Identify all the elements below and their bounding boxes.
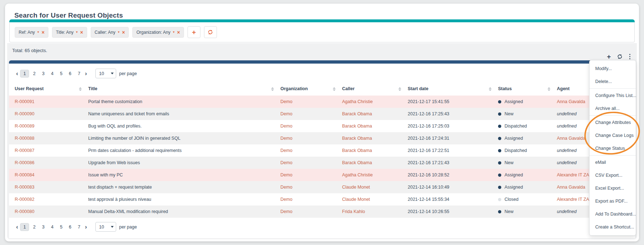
cell-ref[interactable]: R-000086 — [9, 157, 85, 169]
cell-caller[interactable]: Claude Monet — [339, 181, 405, 193]
menu-item-modify[interactable]: Modify... — [589, 62, 636, 75]
cell-caller[interactable]: Agatha Christie — [339, 169, 405, 181]
page-number[interactable]: 4 — [48, 223, 56, 231]
column-header-title[interactable]: Title — [85, 82, 278, 96]
cell-caller[interactable]: Barack Obama — [339, 132, 405, 144]
page-number[interactable]: 2 — [30, 223, 38, 231]
sort-icon[interactable] — [271, 87, 274, 91]
page-number-current[interactable]: 1 — [20, 223, 29, 231]
search-accent-bar — [9, 19, 635, 22]
cell-caller[interactable]: Barack Obama — [339, 144, 405, 157]
close-icon[interactable]: × — [42, 30, 44, 35]
refresh-icon — [208, 29, 213, 35]
menu-item-csv-export[interactable]: CSV Export... — [589, 169, 636, 182]
page-number[interactable]: 5 — [57, 70, 65, 78]
cell-caller[interactable]: Claude Monet — [339, 193, 405, 205]
column-header-start-date[interactable]: Start date — [405, 82, 495, 96]
page-number-current[interactable]: 1 — [20, 70, 29, 78]
cell-ref[interactable]: R-000080 — [9, 205, 85, 218]
cell-ref[interactable]: R-000088 — [9, 132, 85, 144]
sort-icon[interactable] — [333, 87, 336, 91]
menu-item-add-to-dashboard[interactable]: Add To Dashboard... — [589, 208, 636, 221]
filter-pill-caller[interactable]: Caller: Any ▾ × — [91, 27, 129, 38]
sort-icon[interactable] — [489, 87, 492, 91]
column-header-organization[interactable]: Organization — [278, 82, 339, 96]
cell-organization[interactable]: Demo — [278, 193, 339, 205]
add-criteria-button[interactable]: + — [188, 26, 200, 38]
column-header-caller[interactable]: Caller — [339, 82, 405, 96]
page-number[interactable]: 7 — [75, 70, 83, 78]
filter-pill-ref[interactable]: Ref: Any ▾ × — [15, 27, 48, 38]
close-icon[interactable]: × — [177, 30, 180, 35]
chevron-down-icon[interactable]: ▾ — [37, 31, 39, 34]
cell-organization[interactable]: Demo — [278, 205, 339, 218]
chevron-down-icon[interactable]: ▾ — [76, 31, 78, 34]
menu-item-change-case-logs[interactable]: Change Case Logs — [589, 129, 636, 142]
page-number[interactable]: 6 — [66, 223, 74, 231]
close-icon[interactable]: × — [122, 30, 125, 35]
chevron-right-icon[interactable]: › — [84, 71, 88, 77]
cell-organization[interactable]: Demo — [278, 144, 339, 157]
close-icon[interactable]: × — [80, 30, 83, 35]
cell-ref[interactable]: R-000090 — [9, 108, 85, 120]
cell-organization[interactable]: Demo — [278, 181, 339, 193]
cell-caller[interactable]: Agatha Christie — [339, 96, 405, 108]
menu-item-excel-export[interactable]: Excel Export... — [589, 182, 636, 195]
cell-organization[interactable]: Demo — [278, 132, 339, 144]
menu-item-export-as-pdf[interactable]: Export as PDF... — [589, 195, 636, 208]
main-card: Search for User Request Objects Ref: Any… — [5, 4, 639, 241]
cell-caller[interactable]: Barack Obama — [339, 157, 405, 169]
cell-organization[interactable]: Demo — [278, 157, 339, 169]
page-number[interactable]: 2 — [30, 70, 38, 78]
cell-ref[interactable]: R-000082 — [9, 193, 85, 205]
chevron-down-icon[interactable]: ▾ — [118, 31, 120, 34]
page-size-select[interactable]: 10 — [95, 69, 116, 78]
menu-item-archive-all[interactable]: Archive all... — [589, 102, 636, 115]
menu-item-email[interactable]: eMail — [589, 156, 636, 169]
chevron-down-icon[interactable]: ▾ — [173, 31, 175, 34]
menu-item-delete[interactable]: Delete... — [589, 75, 636, 88]
cell-ref[interactable]: R-000083 — [9, 181, 85, 193]
page-size-select[interactable]: 10 — [95, 222, 116, 232]
cell-caller[interactable]: Barack Obama — [339, 120, 405, 132]
list-toolbar: + — [607, 53, 631, 60]
cell-caller[interactable]: Frida Kahlo — [339, 205, 405, 218]
cell-ref[interactable]: R-000084 — [9, 169, 85, 181]
page-number[interactable]: 3 — [39, 223, 47, 231]
menu-item-change-attributes[interactable]: Change Attributes — [589, 116, 636, 129]
add-object-button[interactable]: + — [607, 53, 611, 60]
page-number[interactable]: 3 — [39, 70, 47, 78]
filter-pill-title[interactable]: Title: Any ▾ × — [52, 27, 87, 38]
menu-item-change-status[interactable]: Change Status — [589, 142, 636, 155]
sort-icon[interactable] — [79, 87, 82, 91]
cell-caller[interactable]: Barack Obama — [339, 108, 405, 120]
page-number[interactable]: 4 — [48, 70, 56, 78]
refresh-list-button[interactable] — [617, 54, 622, 59]
page-number[interactable]: 6 — [66, 70, 74, 78]
cell-ref[interactable]: R-000091 — [9, 96, 85, 108]
page-number[interactable]: 7 — [75, 223, 83, 231]
filter-pill-organization[interactable]: Organization: Any ▾ × — [132, 27, 184, 38]
table-row: R-000089 Bug with OQL and profiles. Demo… — [9, 120, 635, 132]
table-row: R-000086 Upgrade from Web issues Demo Ba… — [9, 157, 635, 169]
cell-organization[interactable]: Demo — [278, 120, 339, 132]
cell-status: Assigned — [495, 181, 554, 193]
sort-icon[interactable] — [398, 87, 401, 91]
status-dot — [498, 149, 501, 152]
column-header-status[interactable]: Status — [495, 82, 554, 96]
cell-organization[interactable]: Demo — [278, 169, 339, 181]
cell-organization[interactable]: Demo — [278, 96, 339, 108]
chevron-left-icon[interactable]: ‹ — [15, 71, 19, 77]
sort-icon[interactable] — [548, 87, 550, 91]
chevron-left-icon[interactable]: ‹ — [15, 224, 19, 230]
cell-organization[interactable]: Demo — [278, 108, 339, 120]
menu-item-configure-this-list[interactable]: Configure This List... — [589, 89, 636, 102]
cell-ref[interactable]: R-000089 — [9, 120, 85, 132]
cell-ref[interactable]: R-000087 — [9, 144, 85, 157]
column-header-user-request[interactable]: User Request — [9, 82, 85, 96]
more-actions-button[interactable] — [629, 54, 631, 60]
chevron-right-icon[interactable]: › — [84, 224, 88, 230]
page-number[interactable]: 5 — [57, 223, 65, 231]
refresh-search-button[interactable] — [204, 26, 217, 38]
menu-item-create-a-shortcut[interactable]: Create a Shortcut... — [589, 221, 636, 234]
